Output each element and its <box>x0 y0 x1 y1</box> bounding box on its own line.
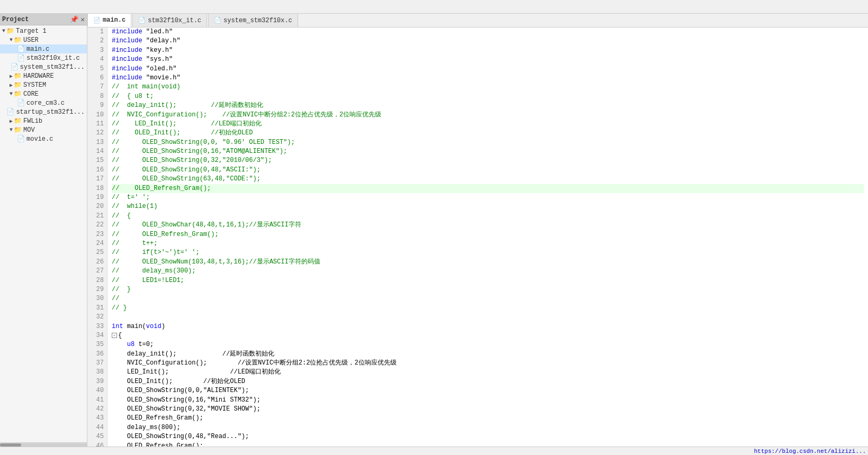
tree-item-0[interactable]: ▼📁Target 1 <box>0 26 87 35</box>
line-num-25: 25 <box>91 248 104 257</box>
code-text-39: OLED_Init(); //初始化OLED <box>112 378 245 385</box>
tree-item-6[interactable]: ▶📁SYSTEM <box>0 80 87 89</box>
code-text-9: // delay_init(); //延时函数初始化 <box>112 102 263 109</box>
code-line-39: OLED_Init(); //初始化OLED <box>112 377 864 386</box>
code-text-31: // } <box>112 304 127 312</box>
code-text-41: OLED_ShowString(0,16,"Mini STM32"); <box>112 396 261 404</box>
pin-icon[interactable]: 📌 <box>70 15 78 24</box>
code-text-24: // t++; <box>112 240 157 247</box>
line-num-1: 1 <box>91 28 104 37</box>
tree-item-10[interactable]: ▶📁FWLib <box>0 116 87 125</box>
line-num-8: 8 <box>91 92 104 101</box>
code-text-1: #include "led.h" <box>112 28 173 35</box>
code-line-24: // t++; <box>112 239 864 248</box>
line-num-20: 20 <box>91 202 104 211</box>
code-line-14: // OLED_ShowString(0,16,"ATOM@ALIENTEK")… <box>112 147 864 156</box>
item-label-7: CORE <box>23 90 39 98</box>
code-text-12: // OLED_Init(); //初始化OLED <box>112 129 253 136</box>
tree-item-8[interactable]: 📄core_cm3.c <box>0 98 87 107</box>
line-num-21: 21 <box>91 212 104 221</box>
item-icon-11: 📁 <box>14 126 22 134</box>
line-num-37: 37 <box>91 359 104 368</box>
code-line-21: // { <box>112 212 864 221</box>
code-text-16: // OLED_ShowString(0,48,"ASCII:"); <box>112 166 261 174</box>
tab-bar <box>0 0 868 14</box>
tree-item-2[interactable]: 📄main.c <box>0 44 87 53</box>
line-num-46: 46 <box>91 442 104 447</box>
arrow-5: ▶ <box>10 73 13 79</box>
code-line-30: // <box>112 294 864 303</box>
code-text-40: OLED_ShowString(0,0,"ALIENTEK"); <box>112 387 249 394</box>
tab-stm32f10x_it_c[interactable]: 📄stm32f10x_it.c <box>132 14 207 27</box>
tree-item-7[interactable]: ▼📁CORE <box>0 89 87 98</box>
tab-main_c[interactable]: 📄main.c <box>87 14 131 27</box>
scroll-track <box>0 443 87 447</box>
code-line-10: // NVIC_Configuration(); //设置NVIC中断分组2:2… <box>112 111 864 120</box>
item-label-3: stm32f10x_it.c <box>26 54 80 62</box>
code-text-5: #include "oled.h" <box>112 65 176 72</box>
item-icon-1: 📁 <box>14 36 22 44</box>
code-text-37: NVIC_Configuration(); //设置NVIC中断分组2:2位抢占… <box>112 359 397 367</box>
bottom-right-link[interactable]: https://blog.csdn.net/alizizi... <box>754 448 866 454</box>
tree-item-3[interactable]: 📄stm32f10x_it.c <box>0 53 87 62</box>
tree-item-9[interactable]: 📄startup_stm32f1... <box>0 107 87 116</box>
line-num-45: 45 <box>91 432 104 441</box>
item-label-1: USER <box>23 37 39 44</box>
close-icon[interactable]: ✕ <box>80 15 85 24</box>
code-text-2: #include "delay.h" <box>112 37 181 44</box>
line-num-44: 44 <box>91 423 104 432</box>
code-text-38: LED_Init(); //LED端口初始化 <box>112 368 281 376</box>
sidebar: Project 📌 ✕ ▼📁Target 1▼📁USER📄main.c📄stm3… <box>0 14 87 447</box>
tree-item-5[interactable]: ▶📁HARDWARE <box>0 71 87 80</box>
code-line-28: // LED1=!LED1; <box>112 276 864 285</box>
arrow-11: ▼ <box>10 127 13 133</box>
code-line-32 <box>112 313 864 322</box>
tree-item-12[interactable]: 📄movie.c <box>0 134 87 143</box>
code-text-10: // NVIC_Configuration(); //设置NVIC中断分组2:2… <box>112 111 381 119</box>
line-num-38: 38 <box>91 368 104 377</box>
arrow-6: ▶ <box>10 82 13 88</box>
tab-icon-main_c: 📄 <box>93 17 101 24</box>
code-text-11: // LED_Init(); //LED端口初始化 <box>112 120 262 128</box>
code-line-46: OLED_Refresh_Gram(); <box>112 442 864 447</box>
code-text-34: { <box>118 332 122 339</box>
tree-item-1[interactable]: ▼📁USER <box>0 35 87 44</box>
line-num-6: 6 <box>91 74 104 83</box>
code-text-3: #include "key.h" <box>112 47 173 54</box>
line-num-19: 19 <box>91 193 104 202</box>
code-text-20: // while(1) <box>112 203 157 210</box>
tree-item-4[interactable]: 📄system_stm32f1... <box>0 62 87 71</box>
code-line-37: NVIC_Configuration(); //设置NVIC中断分组2:2位抢占… <box>112 359 864 368</box>
bottom-bar: https://blog.csdn.net/alizizi... <box>0 447 868 455</box>
line-num-18: 18 <box>91 184 104 193</box>
code-line-15: // OLED_ShowString(0,32,"2010/06/3"); <box>112 156 864 165</box>
code-text-30: // <box>112 295 119 302</box>
item-label-9: startup_stm32f1... <box>16 108 85 116</box>
tab-system_stm32f10x_c[interactable]: 📄system_stm32f10x.c <box>208 14 298 27</box>
code-area: 📄main.c📄stm32f10x_it.c📄system_stm32f10x.… <box>87 14 868 447</box>
code-line-40: OLED_ShowString(0,0,"ALIENTEK"); <box>112 386 864 395</box>
line-num-26: 26 <box>91 258 104 267</box>
item-label-11: MOV <box>23 126 35 134</box>
line-num-40: 40 <box>91 386 104 395</box>
code-line-33: int main(void) <box>112 322 864 331</box>
code-line-44: delay_ms(800); <box>112 423 864 432</box>
code-line-22: // OLED_ShowChar(48,48,t,16,1);//显示ASCII… <box>112 221 864 230</box>
code-text-26: // OLED_ShowNum(103,48,t,3,16);//显示ASCII… <box>112 258 320 266</box>
code-text-42: OLED_ShowString(0,32,"MOVIE SHOW"); <box>112 405 261 413</box>
main-layout: Project 📌 ✕ ▼📁Target 1▼📁USER📄main.c📄stm3… <box>0 14 868 447</box>
code-lines[interactable]: #include "led.h"#include "delay.h"#inclu… <box>108 28 868 447</box>
item-label-5: HARDWARE <box>23 72 54 80</box>
line-num-32: 32 <box>91 313 104 322</box>
arrow-1: ▼ <box>10 37 13 43</box>
sidebar-scrollbar[interactable] <box>0 442 87 447</box>
item-icon-8: 📄 <box>17 99 25 107</box>
tree-item-11[interactable]: ▼📁MOV <box>0 125 87 134</box>
scroll-thumb[interactable] <box>0 443 21 447</box>
item-icon-0: 📁 <box>6 27 14 35</box>
line-num-3: 3 <box>91 46 104 55</box>
collapse-box-34[interactable]: - <box>112 333 117 338</box>
code-line-4: #include "sys.h" <box>112 55 864 64</box>
code-text-7: // int main(void) <box>112 83 181 90</box>
code-line-41: OLED_ShowString(0,16,"Mini STM32"); <box>112 396 864 405</box>
